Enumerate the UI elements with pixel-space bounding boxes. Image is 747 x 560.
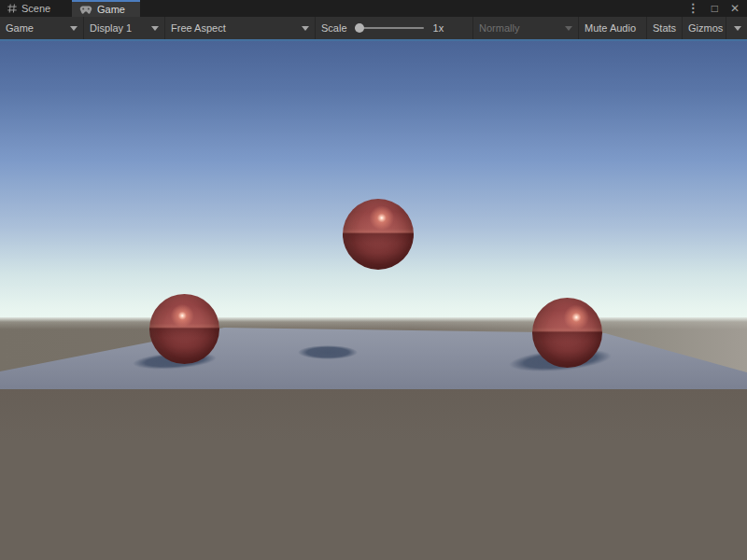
chevron-down-icon [70,26,78,31]
tab-bar: Scene Game ⋮ □ ✕ [0,0,747,17]
foreground-terrain [0,389,747,560]
mute-audio-label: Mute Audio [585,22,636,34]
sphere-right [532,298,602,368]
divider [726,17,726,39]
tab-scene[interactable]: Scene [0,0,72,17]
chevron-down-icon [734,26,741,31]
game-viewport[interactable] [0,41,747,560]
gamepad-icon [79,6,92,14]
game-view-toolbar: Game Display 1 Free Aspect Scale 1x Norm… [0,17,747,39]
scale-control: Scale 1x [316,17,472,39]
view-dropdown-value: Game [6,22,34,34]
scale-value: 1x [433,22,444,34]
mute-audio-button[interactable]: Mute Audio [579,17,647,39]
aspect-ratio-value: Free Aspect [171,22,226,34]
stats-button[interactable]: Stats [647,17,683,39]
display-dropdown-value: Display 1 [90,22,132,34]
slider-knob[interactable] [355,23,364,33]
close-icon[interactable]: ✕ [730,0,740,17]
sphere-left [149,294,219,364]
unity-game-window: Scene Game ⋮ □ ✕ Game Display 1 [0,0,747,560]
aspect-ratio-dropdown[interactable]: Free Aspect [165,17,316,39]
shadow-center-sphere [298,345,358,359]
gizmos-label: Gizmos [688,22,723,34]
play-mode-value: Normally [479,22,519,34]
chevron-down-icon [302,26,309,31]
scale-slider[interactable] [355,27,424,29]
window-controls: ⋮ □ ✕ [687,0,747,17]
stats-label: Stats [653,22,676,34]
tab-game[interactable]: Game [72,0,140,17]
sky-gradient [0,41,747,321]
display-dropdown[interactable]: Display 1 [84,17,165,39]
tab-game-label: Game [97,4,125,15]
grid-icon [7,4,17,13]
chevron-down-icon [565,26,572,31]
sphere-center-airborne [343,199,414,270]
play-mode-dropdown[interactable]: Normally [472,17,579,39]
tab-scene-label: Scene [21,3,50,14]
view-dropdown[interactable]: Game [0,17,84,39]
chevron-down-icon [151,26,159,31]
scale-label: Scale [321,22,347,34]
kebab-menu-icon[interactable]: ⋮ [687,0,699,17]
gizmos-dropdown[interactable]: Gizmos [683,17,747,39]
maximize-icon[interactable]: □ [712,0,718,17]
